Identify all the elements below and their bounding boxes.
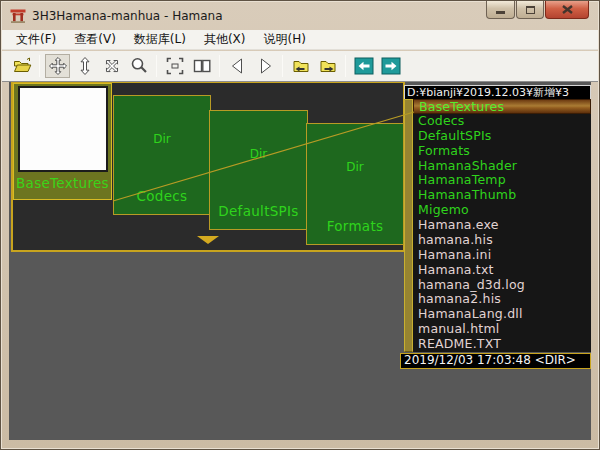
list-item[interactable]: hamana_d3d.log (413, 278, 591, 293)
forward-icon (381, 56, 401, 76)
dir-name: Formats (307, 218, 403, 234)
list-item[interactable]: HamanaLang.dll (413, 307, 591, 322)
zoom-icon (129, 56, 149, 76)
dir-box-codecs[interactable]: Dir Codecs (113, 95, 211, 215)
toolbar (2, 51, 598, 82)
dual-page-icon (192, 56, 212, 76)
list-item[interactable]: hamana2.his (413, 292, 591, 307)
close-icon (562, 5, 573, 14)
pan-move-button[interactable] (45, 54, 70, 78)
next-folder-icon (318, 56, 338, 76)
list-item[interactable]: README.TXT (413, 337, 591, 352)
list-item[interactable]: HamanaThumb (413, 188, 591, 203)
scroll-down-arrow-icon[interactable] (197, 236, 219, 244)
close-button[interactable] (545, 1, 589, 19)
list-item[interactable]: Hamana.txt (413, 263, 591, 278)
selected-dir-tile[interactable]: BaseTextures (13, 83, 112, 200)
prev-image-icon (228, 56, 248, 76)
open-folder-button[interactable] (9, 54, 34, 78)
fit-height-button[interactable] (72, 54, 97, 78)
next-folder-button[interactable] (315, 54, 340, 78)
window-controls (486, 1, 589, 19)
file-list-scrollbar[interactable] (404, 99, 413, 352)
minimize-icon (496, 11, 505, 14)
list-item[interactable]: hamana.his (413, 233, 591, 248)
list-item[interactable]: Migemo (413, 203, 591, 218)
status-bar: 2019/12/03 17:03:48 <DIR> (400, 353, 591, 369)
minimize-button[interactable] (486, 1, 515, 19)
list-item[interactable]: manual.html (413, 322, 591, 337)
next-image-button[interactable] (252, 54, 277, 78)
dir-name: DefaultSPIs (210, 203, 307, 219)
app-window: 3H3Hamana-manhua - Hamana 文件(F) 查看(V) 数据… (0, 0, 600, 450)
open-folder-icon (12, 56, 32, 76)
list-item[interactable]: Hamana.ini (413, 248, 591, 263)
list-item[interactable]: DefaultSPIs (413, 129, 591, 144)
tile-label: BaseTextures (14, 175, 111, 191)
menu-file[interactable]: 文件(F) (7, 29, 65, 50)
menu-database[interactable]: 数据库(L) (125, 29, 195, 50)
back-button[interactable] (351, 54, 376, 78)
list-item[interactable]: HamanaShader (413, 159, 591, 174)
scroll-move-button[interactable] (99, 54, 124, 78)
fit-window-button[interactable] (162, 54, 187, 78)
menu-view[interactable]: 查看(V) (65, 29, 125, 50)
menubar: 文件(F) 查看(V) 数据库(L) 其他(X) 说明(H) (2, 30, 598, 50)
list-item[interactable]: Hamana.exe (413, 218, 591, 233)
maximize-icon (526, 6, 535, 14)
list-item[interactable]: Codecs (413, 114, 591, 129)
list-item[interactable]: Formats (413, 144, 591, 159)
back-icon (354, 56, 374, 76)
file-list[interactable]: BaseTextures Codecs DefaultSPIs Formats … (404, 99, 591, 352)
toolbar-separator (345, 55, 346, 77)
list-item[interactable]: HamanaTemp (413, 173, 591, 188)
toolbar-separator (156, 55, 157, 77)
dir-tag: Dir (210, 147, 307, 161)
scroll-move-icon (102, 56, 122, 76)
fit-height-icon (75, 56, 95, 76)
prev-folder-button[interactable] (288, 54, 313, 78)
dir-tag: Dir (307, 160, 403, 174)
menu-help[interactable]: 说明(H) (255, 29, 315, 50)
dir-box-formats[interactable]: Dir Formats (306, 123, 404, 245)
maximize-button[interactable] (516, 1, 544, 19)
window-title: 3H3Hamana-manhua - Hamana (32, 9, 223, 23)
thumbnail-canvas[interactable]: BaseTextures Dir Codecs Dir DefaultSPIs … (11, 82, 405, 252)
dir-name: Codecs (114, 188, 210, 204)
app-icon (10, 8, 26, 24)
next-image-icon (255, 56, 275, 76)
list-item[interactable]: BaseTextures (413, 99, 591, 114)
toolbar-separator (282, 55, 283, 77)
thumbnail-image (18, 86, 108, 172)
client-area: BaseTextures Dir Codecs Dir DefaultSPIs … (9, 82, 591, 440)
toolbar-separator (39, 55, 40, 77)
forward-button[interactable] (378, 54, 403, 78)
toolbar-separator (219, 55, 220, 77)
current-path: D:¥bianji¥2019.12.03¥新增¥3 (404, 85, 591, 99)
zoom-button[interactable] (126, 54, 151, 78)
menu-other[interactable]: 其他(X) (195, 29, 255, 50)
dir-tag: Dir (114, 132, 210, 146)
prev-image-button[interactable] (225, 54, 250, 78)
dual-page-button[interactable] (189, 54, 214, 78)
titlebar[interactable]: 3H3Hamana-manhua - Hamana (1, 1, 599, 30)
file-rows: BaseTextures Codecs DefaultSPIs Formats … (413, 99, 591, 352)
pan-move-icon (48, 56, 68, 76)
fit-window-icon (165, 56, 185, 76)
dir-box-defaultspis[interactable]: Dir DefaultSPIs (209, 110, 308, 230)
prev-folder-icon (291, 56, 311, 76)
